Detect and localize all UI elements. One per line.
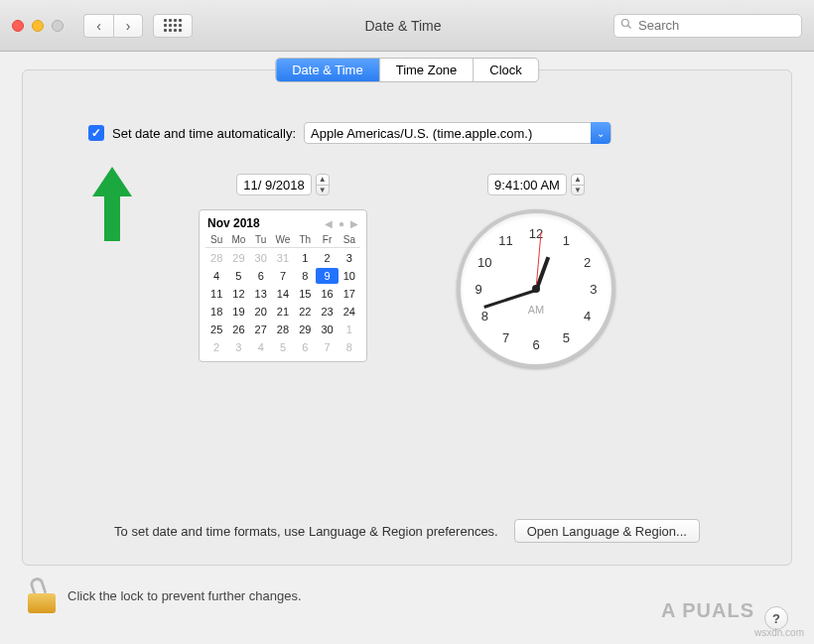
calendar-day[interactable]: 4 bbox=[250, 339, 272, 355]
calendar-day[interactable]: 28 bbox=[205, 250, 227, 266]
clock-number: 1 bbox=[563, 233, 570, 248]
show-all-prefs-button[interactable] bbox=[153, 14, 193, 38]
calendar-day[interactable]: 5 bbox=[227, 268, 249, 284]
clock-ampm: AM bbox=[528, 304, 545, 316]
window-toolbar: ‹ › Date & Time bbox=[0, 0, 814, 52]
tab-time-zone[interactable]: Time Zone bbox=[380, 59, 475, 81]
zoom-window-button bbox=[52, 20, 64, 32]
calendar-day[interactable]: 26 bbox=[227, 322, 249, 337]
forward-button[interactable]: › bbox=[113, 14, 143, 38]
time-field[interactable]: 9:41:00 AM ▲ ▼ bbox=[487, 174, 585, 195]
watermark-text: A PUALS bbox=[661, 599, 754, 622]
calendar-day[interactable]: 12 bbox=[227, 286, 249, 302]
calendar-day[interactable]: 10 bbox=[339, 268, 360, 284]
calendar-day[interactable]: 25 bbox=[205, 322, 227, 337]
calendar-grid: Su Mo Tu We Th Fr Sa 28 29 30 31 1 2 3 4 bbox=[205, 234, 360, 355]
date-time-columns: 11/ 9/2018 ▲ ▼ Nov 2018 ◀ ● ▶ Su bbox=[49, 174, 765, 368]
svg-line-1 bbox=[628, 26, 631, 29]
stepper-down-icon[interactable]: ▼ bbox=[572, 186, 584, 195]
calendar-day[interactable]: 1 bbox=[294, 250, 316, 266]
clock-number: 10 bbox=[477, 254, 491, 269]
calendar-nav: ◀ ● ▶ bbox=[325, 218, 358, 229]
stepper-down-icon[interactable]: ▼ bbox=[317, 186, 329, 195]
calendar-day[interactable]: 17 bbox=[339, 286, 360, 302]
calendar-day[interactable]: 6 bbox=[294, 339, 316, 355]
annotation-arrow-icon bbox=[92, 167, 132, 246]
calendar-day[interactable]: 7 bbox=[272, 268, 294, 284]
calendar-day[interactable]: 2 bbox=[316, 250, 338, 266]
time-server-dropdown[interactable]: Apple Americas/U.S. (time.apple.com.) ⌄ bbox=[304, 122, 611, 144]
calendar: Nov 2018 ◀ ● ▶ Su Mo Tu We Th Fr Sa bbox=[199, 209, 367, 362]
minimize-window-button[interactable] bbox=[32, 20, 44, 32]
clock-number: 2 bbox=[584, 254, 591, 269]
calendar-day[interactable]: 8 bbox=[339, 339, 360, 355]
grid-icon bbox=[164, 19, 182, 32]
format-hint-text: To set date and time formats, use Langua… bbox=[114, 524, 498, 539]
tab-clock[interactable]: Clock bbox=[474, 59, 538, 81]
time-column: 9:41:00 AM ▲ ▼ 12 1 2 3 4 5 6 7 8 9 10 1… bbox=[457, 174, 615, 368]
chevron-left-icon: ‹ bbox=[96, 18, 101, 34]
calendar-day[interactable]: 9 bbox=[316, 268, 338, 284]
calendar-day[interactable]: 31 bbox=[272, 250, 294, 266]
calendar-day[interactable]: 28 bbox=[272, 322, 294, 337]
auto-datetime-row: ✓ Set date and time automatically: Apple… bbox=[88, 122, 765, 144]
calendar-day[interactable]: 20 bbox=[250, 304, 272, 320]
clock-number: 11 bbox=[498, 233, 512, 248]
stepper-up-icon[interactable]: ▲ bbox=[317, 175, 329, 186]
calendar-day[interactable]: 30 bbox=[316, 322, 338, 337]
dow-label: Mo bbox=[227, 234, 249, 248]
auto-datetime-checkbox[interactable]: ✓ bbox=[88, 125, 104, 141]
tab-date-time[interactable]: Date & Time bbox=[276, 59, 380, 81]
calendar-day[interactable]: 8 bbox=[294, 268, 316, 284]
date-input[interactable]: 11/ 9/2018 bbox=[236, 174, 311, 195]
calendar-day[interactable]: 27 bbox=[250, 322, 272, 337]
chevron-right-icon: › bbox=[126, 18, 131, 34]
calendar-day[interactable]: 13 bbox=[250, 286, 272, 302]
clock-number: 7 bbox=[502, 329, 509, 344]
calendar-day[interactable]: 30 bbox=[250, 250, 272, 266]
close-window-button[interactable] bbox=[12, 20, 24, 32]
calendar-day[interactable]: 29 bbox=[294, 322, 316, 337]
search-field[interactable] bbox=[613, 14, 802, 38]
clock-number: 5 bbox=[563, 329, 570, 344]
calendar-day[interactable]: 22 bbox=[294, 304, 316, 320]
calendar-day[interactable]: 14 bbox=[272, 286, 294, 302]
calendar-next-button[interactable]: ▶ bbox=[350, 218, 358, 229]
calendar-day[interactable]: 16 bbox=[316, 286, 338, 302]
calendar-day[interactable]: 3 bbox=[227, 339, 249, 355]
calendar-day[interactable]: 2 bbox=[205, 339, 227, 355]
calendar-today-button[interactable]: ● bbox=[339, 218, 344, 229]
calendar-day[interactable]: 19 bbox=[227, 304, 249, 320]
time-stepper[interactable]: ▲ ▼ bbox=[571, 174, 585, 195]
dow-label: Sa bbox=[339, 234, 360, 248]
stepper-up-icon[interactable]: ▲ bbox=[572, 175, 584, 186]
calendar-day[interactable]: 5 bbox=[272, 339, 294, 355]
clock-pivot bbox=[532, 285, 540, 293]
calendar-day[interactable]: 24 bbox=[339, 304, 360, 320]
date-field[interactable]: 11/ 9/2018 ▲ ▼ bbox=[236, 174, 329, 195]
back-button[interactable]: ‹ bbox=[83, 14, 113, 38]
time-input[interactable]: 9:41:00 AM bbox=[487, 174, 567, 195]
calendar-day[interactable]: 29 bbox=[227, 250, 249, 266]
calendar-day[interactable]: 4 bbox=[205, 268, 227, 284]
calendar-day[interactable]: 23 bbox=[316, 304, 338, 320]
date-column: 11/ 9/2018 ▲ ▼ Nov 2018 ◀ ● ▶ Su bbox=[199, 174, 367, 368]
calendar-day[interactable]: 7 bbox=[316, 339, 338, 355]
calendar-day[interactable]: 6 bbox=[250, 268, 272, 284]
format-hint-row: To set date and time formats, use Langua… bbox=[23, 519, 791, 543]
search-input[interactable] bbox=[636, 17, 795, 34]
calendar-day[interactable]: 15 bbox=[294, 286, 316, 302]
open-language-region-button[interactable]: Open Language & Region... bbox=[514, 519, 700, 543]
time-server-value: Apple Americas/U.S. (time.apple.com.) bbox=[305, 126, 538, 141]
calendar-prev-button[interactable]: ◀ bbox=[325, 218, 333, 229]
calendar-day[interactable]: 1 bbox=[339, 322, 360, 337]
lock-icon[interactable] bbox=[28, 578, 56, 613]
clock-number: 9 bbox=[475, 282, 482, 297]
calendar-day[interactable]: 3 bbox=[339, 250, 360, 266]
calendar-day[interactable]: 18 bbox=[205, 304, 227, 320]
analog-clock: 12 1 2 3 4 5 6 7 8 9 10 11 AM bbox=[457, 209, 615, 368]
date-stepper[interactable]: ▲ ▼ bbox=[316, 174, 330, 195]
calendar-day[interactable]: 11 bbox=[205, 286, 227, 302]
pane-tabs: Date & Time Time Zone Clock bbox=[275, 58, 539, 82]
calendar-day[interactable]: 21 bbox=[272, 304, 294, 320]
